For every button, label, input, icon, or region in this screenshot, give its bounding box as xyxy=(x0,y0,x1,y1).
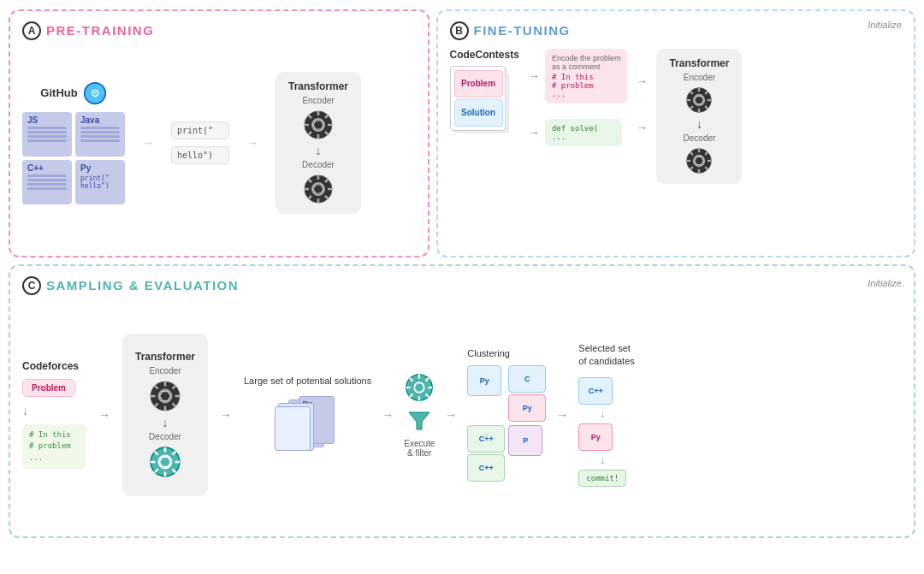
section-c-content: Codeforces Problem ↓ # In this# problem.… xyxy=(22,304,902,526)
transformer-a: Transformer Encoder xyxy=(275,72,361,214)
problem-label-c: Problem xyxy=(22,379,75,397)
arrow-github-to-snippets: → xyxy=(142,136,154,150)
clustering-area: Clustering Py C Py C++ C++ P xyxy=(467,348,546,482)
transformer-c-encoder: Encoder xyxy=(149,366,181,376)
cluster-p2: P xyxy=(508,425,542,456)
transformer-b-decoder: Decoder xyxy=(684,133,716,143)
section-b-content: CodeContests Problem Solution → xyxy=(450,49,902,237)
gear-encoder-b xyxy=(684,86,714,115)
code-stack: JS Java C++ Py print( xyxy=(22,112,125,204)
top-row: A PRE-TRAINING GitHub ⊙ JS xyxy=(9,9,915,257)
comment-code-box: Encode the problemas a comment # In this… xyxy=(545,49,628,104)
b-arrows-to-transformer: → → xyxy=(636,49,648,134)
problem-card: Problem xyxy=(454,70,503,98)
circle-c: C xyxy=(22,276,41,295)
github-area: GitHub ⊙ JS Java xyxy=(22,81,125,204)
candidates-cards: C++ ↓ Py ↓ commit! xyxy=(578,377,626,487)
transformer-a-encoder: Encoder xyxy=(302,96,334,105)
comment-code-c: # In this# problem... xyxy=(22,424,86,470)
gear-decoder-a xyxy=(302,173,335,205)
cluster-cpp2: C++ xyxy=(467,454,505,482)
section-b: B FINE-TUNING Initialize CodeContests Pr… xyxy=(436,9,915,257)
circle-a: A xyxy=(22,21,41,40)
execute-gear-icon xyxy=(404,372,435,403)
section-b-label: B FINE-TUNING xyxy=(450,21,902,40)
filter-funnel-icon xyxy=(406,408,432,434)
code-block-py: Py print("hello") xyxy=(75,160,125,204)
def-code-box: def solve(... xyxy=(545,119,622,146)
candidates-area: Selected setof candidates C++ ↓ Py ↓ com… xyxy=(578,342,634,487)
transformer-c: Transformer Encoder ↓ Decoder xyxy=(122,334,208,496)
cand-cpp: C++ xyxy=(578,377,613,405)
svg-marker-78 xyxy=(409,412,429,429)
gear-decoder-b xyxy=(684,146,714,175)
section-c-title: SAMPLING & EVALUATION xyxy=(46,278,239,293)
large-set-label: Large set of potential solutions xyxy=(244,375,371,388)
solution-card: Solution xyxy=(454,99,503,127)
arrow-snippets-to-transformer: → xyxy=(246,136,258,150)
circle-b: B xyxy=(450,21,469,40)
code-block-cpp: C++ xyxy=(22,160,72,204)
section-a-label: A PRE-TRAINING xyxy=(22,21,416,40)
solutions-area: Large set of potential solutions C++ Py xyxy=(244,375,371,454)
cluster-py: Py xyxy=(467,365,501,396)
github-label: GitHub xyxy=(40,86,77,99)
codecontests-label: CodeContests xyxy=(450,49,519,61)
section-c: C SAMPLING & EVALUATION Initialize Codef… xyxy=(9,264,915,538)
main-container: A PRE-TRAINING GitHub ⊙ JS xyxy=(9,9,915,565)
cluster-cpp1: C++ xyxy=(467,425,505,453)
section-a-content: GitHub ⊙ JS Java xyxy=(22,49,416,237)
github-icon: ⊙ xyxy=(83,81,107,105)
transformer-b: Transformer Encoder xyxy=(656,49,742,184)
cand-py: Py xyxy=(578,423,613,451)
cluster-grid: Py C Py C++ C++ P xyxy=(467,365,546,482)
transformer-a-title: Transformer xyxy=(288,80,348,92)
cluster-col2: C Py xyxy=(508,365,546,422)
initialize-b-label: Initialize xyxy=(868,20,902,30)
section-a: A PRE-TRAINING GitHub ⊙ JS xyxy=(9,9,429,257)
transformer-b-title: Transformer xyxy=(669,57,729,69)
down-arrow-b: ↓ xyxy=(696,118,702,130)
codeforces-area: Codeforces Problem ↓ # In this# problem.… xyxy=(22,360,86,470)
cluster-c: C xyxy=(508,365,546,393)
transformer-c-title: Transformer xyxy=(135,351,195,363)
clustering-label: Clustering xyxy=(467,348,510,358)
cluster-py2: Py xyxy=(508,394,546,422)
down-arrow-c: ↓ xyxy=(163,417,169,429)
down-arrow-a1: ↓ xyxy=(316,145,322,157)
svg-text:⊙: ⊙ xyxy=(91,87,99,99)
gear-decoder-c xyxy=(148,445,182,479)
execute-label: Execute& filter xyxy=(404,439,435,458)
filter-area: Execute& filter xyxy=(404,372,435,458)
b-branches: → Encode the problemas a comment # In th… xyxy=(528,49,628,146)
transformer-a-decoder: Decoder xyxy=(302,160,335,169)
section-c-label: C SAMPLING & EVALUATION xyxy=(22,276,902,295)
codeforces-label: Codeforces xyxy=(22,360,79,372)
branch-def: → def solve(... xyxy=(528,119,622,146)
code-snippets: print(" hello") xyxy=(171,121,229,164)
initialize-c-label: Initialize xyxy=(868,278,902,288)
code-block-java: Java xyxy=(75,112,125,157)
snippet-print: print(" xyxy=(171,121,229,139)
codecontests-area: CodeContests Problem Solution xyxy=(450,49,519,139)
commit-box: commit! xyxy=(578,470,626,487)
section-b-title: FINE-TUNING xyxy=(474,23,571,38)
cluster-col3: C++ C++ xyxy=(467,425,505,482)
transformer-c-decoder: Decoder xyxy=(149,432,181,441)
section-a-title: PRE-TRAINING xyxy=(46,23,154,38)
branch-comment: → Encode the problemas a comment # In th… xyxy=(528,49,628,104)
ps-stack: Problem Solution xyxy=(450,66,512,139)
code-block-js: JS xyxy=(22,112,72,157)
transformer-b-encoder: Encoder xyxy=(684,73,715,82)
gear-encoder-c xyxy=(148,379,182,413)
solutions-stack: C++ Py xyxy=(275,394,341,454)
gear-encoder-a xyxy=(302,109,335,141)
snippet-hello: hello") xyxy=(171,146,229,164)
candidates-label: Selected setof candidates xyxy=(578,342,634,367)
